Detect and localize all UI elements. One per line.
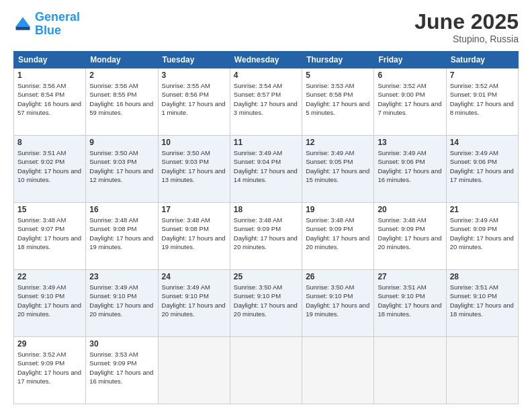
day-number: 1: [17, 71, 82, 80]
day-number: 20: [378, 205, 442, 214]
day-info: Sunrise: 3:50 AMSunset: 9:10 PMDaylight:…: [306, 283, 370, 318]
day-number: 25: [234, 272, 298, 281]
day-info: Sunrise: 3:49 AMSunset: 9:09 PMDaylight:…: [450, 216, 515, 251]
calendar-cell: [446, 337, 518, 404]
weekday-header-friday: Friday: [374, 52, 446, 68]
day-info: Sunrise: 3:54 AMSunset: 8:57 PMDaylight:…: [234, 81, 298, 117]
day-info: Sunrise: 3:50 AMSunset: 9:03 PMDaylight:…: [89, 148, 154, 184]
calendar-cell: 1Sunrise: 3:56 AMSunset: 8:54 PMDaylight…: [14, 68, 86, 136]
calendar-cell: 11Sunrise: 3:49 AMSunset: 9:04 PMDayligh…: [230, 136, 302, 203]
calendar-cell: 14Sunrise: 3:49 AMSunset: 9:06 PMDayligh…: [446, 136, 518, 203]
day-number: 9: [89, 138, 154, 147]
calendar-week-1: 1Sunrise: 3:56 AMSunset: 8:54 PMDaylight…: [14, 68, 519, 136]
weekday-header-tuesday: Tuesday: [158, 52, 230, 68]
calendar-cell: 19Sunrise: 3:48 AMSunset: 9:09 PMDayligh…: [302, 203, 374, 270]
day-info: Sunrise: 3:49 AMSunset: 9:10 PMDaylight:…: [17, 283, 82, 318]
svg-marker-0: [16, 17, 30, 26]
calendar-cell: 24Sunrise: 3:49 AMSunset: 9:10 PMDayligh…: [158, 270, 230, 337]
day-info: Sunrise: 3:49 AMSunset: 9:06 PMDaylight:…: [450, 148, 515, 184]
day-info: Sunrise: 3:56 AMSunset: 8:54 PMDaylight:…: [17, 81, 82, 117]
calendar-cell: 5Sunrise: 3:53 AMSunset: 8:58 PMDaylight…: [302, 68, 374, 136]
calendar-cell: 8Sunrise: 3:51 AMSunset: 9:02 PMDaylight…: [14, 136, 86, 203]
day-number: 10: [162, 138, 226, 147]
day-info: Sunrise: 3:48 AMSunset: 9:09 PMDaylight:…: [378, 216, 442, 251]
calendar-cell: 21Sunrise: 3:49 AMSunset: 9:09 PMDayligh…: [446, 203, 518, 270]
logo-text: GeneralBlue: [35, 11, 80, 38]
day-number: 19: [306, 205, 370, 214]
calendar-cell: 16Sunrise: 3:48 AMSunset: 9:08 PMDayligh…: [86, 203, 158, 270]
weekday-header-monday: Monday: [86, 52, 158, 68]
day-number: 23: [89, 272, 154, 281]
calendar-cell: 7Sunrise: 3:52 AMSunset: 9:01 PMDaylight…: [446, 68, 518, 136]
calendar-cell: 20Sunrise: 3:48 AMSunset: 9:09 PMDayligh…: [374, 203, 446, 270]
day-info: Sunrise: 3:50 AMSunset: 9:03 PMDaylight:…: [162, 148, 226, 184]
day-number: 2: [89, 71, 154, 80]
day-number: 6: [378, 71, 442, 80]
day-number: 13: [378, 138, 442, 147]
calendar: SundayMondayTuesdayWednesdayThursdayFrid…: [13, 51, 519, 404]
calendar-cell: 6Sunrise: 3:52 AMSunset: 9:00 PMDaylight…: [374, 68, 446, 136]
weekday-header-saturday: Saturday: [446, 52, 518, 68]
day-info: Sunrise: 3:49 AMSunset: 9:06 PMDaylight:…: [378, 148, 442, 184]
day-info: Sunrise: 3:51 AMSunset: 9:02 PMDaylight:…: [17, 148, 82, 184]
calendar-cell: 22Sunrise: 3:49 AMSunset: 9:10 PMDayligh…: [14, 270, 86, 337]
calendar-cell: [158, 337, 230, 404]
calendar-cell: 30Sunrise: 3:53 AMSunset: 9:09 PMDayligh…: [86, 337, 158, 404]
day-number: 3: [162, 71, 226, 80]
calendar-cell: [230, 337, 302, 404]
day-number: 27: [378, 272, 442, 281]
day-number: 14: [450, 138, 515, 147]
page: GeneralBlue June 2025 Stupino, Russia Su…: [0, 0, 532, 411]
day-info: Sunrise: 3:52 AMSunset: 9:00 PMDaylight:…: [378, 81, 442, 117]
day-info: Sunrise: 3:48 AMSunset: 9:08 PMDaylight:…: [162, 216, 226, 251]
calendar-cell: [374, 337, 446, 404]
day-number: 4: [234, 71, 298, 80]
calendar-week-3: 15Sunrise: 3:48 AMSunset: 9:07 PMDayligh…: [14, 203, 519, 270]
calendar-cell: 18Sunrise: 3:48 AMSunset: 9:09 PMDayligh…: [230, 203, 302, 270]
day-info: Sunrise: 3:50 AMSunset: 9:10 PMDaylight:…: [234, 283, 298, 318]
calendar-cell: 17Sunrise: 3:48 AMSunset: 9:08 PMDayligh…: [158, 203, 230, 270]
calendar-cell: [302, 337, 374, 404]
weekday-header-sunday: Sunday: [14, 52, 86, 68]
day-info: Sunrise: 3:49 AMSunset: 9:04 PMDaylight:…: [234, 148, 298, 184]
day-number: 11: [234, 138, 298, 147]
day-info: Sunrise: 3:55 AMSunset: 8:56 PMDaylight:…: [162, 81, 226, 117]
month-title: June 2025: [414, 11, 519, 32]
day-number: 26: [306, 272, 370, 281]
day-info: Sunrise: 3:53 AMSunset: 8:58 PMDaylight:…: [306, 81, 370, 117]
day-number: 5: [306, 71, 370, 80]
day-number: 28: [450, 272, 515, 281]
weekday-header-wednesday: Wednesday: [230, 52, 302, 68]
day-info: Sunrise: 3:52 AMSunset: 9:01 PMDaylight:…: [450, 81, 515, 117]
header: GeneralBlue June 2025 Stupino, Russia: [13, 11, 519, 44]
day-info: Sunrise: 3:53 AMSunset: 9:09 PMDaylight:…: [89, 350, 154, 385]
weekday-header-thursday: Thursday: [302, 52, 374, 68]
calendar-cell: 28Sunrise: 3:51 AMSunset: 9:10 PMDayligh…: [446, 270, 518, 337]
day-number: 7: [450, 71, 515, 80]
calendar-cell: 25Sunrise: 3:50 AMSunset: 9:10 PMDayligh…: [230, 270, 302, 337]
day-info: Sunrise: 3:48 AMSunset: 9:09 PMDaylight:…: [306, 216, 370, 251]
logo-icon: [13, 15, 32, 34]
calendar-cell: 15Sunrise: 3:48 AMSunset: 9:07 PMDayligh…: [14, 203, 86, 270]
day-info: Sunrise: 3:49 AMSunset: 9:10 PMDaylight:…: [89, 283, 154, 318]
day-number: 24: [162, 272, 226, 281]
day-info: Sunrise: 3:48 AMSunset: 9:08 PMDaylight:…: [89, 216, 154, 251]
day-info: Sunrise: 3:52 AMSunset: 9:09 PMDaylight:…: [17, 350, 82, 385]
day-number: 15: [17, 205, 82, 214]
day-info: Sunrise: 3:48 AMSunset: 9:09 PMDaylight:…: [234, 216, 298, 251]
day-number: 8: [17, 138, 82, 147]
day-number: 18: [234, 205, 298, 214]
calendar-cell: 13Sunrise: 3:49 AMSunset: 9:06 PMDayligh…: [374, 136, 446, 203]
calendar-week-5: 29Sunrise: 3:52 AMSunset: 9:09 PMDayligh…: [14, 337, 519, 404]
calendar-week-2: 8Sunrise: 3:51 AMSunset: 9:02 PMDaylight…: [14, 136, 519, 203]
calendar-cell: 3Sunrise: 3:55 AMSunset: 8:56 PMDaylight…: [158, 68, 230, 136]
calendar-cell: 9Sunrise: 3:50 AMSunset: 9:03 PMDaylight…: [86, 136, 158, 203]
calendar-week-4: 22Sunrise: 3:49 AMSunset: 9:10 PMDayligh…: [14, 270, 519, 337]
day-number: 16: [89, 205, 154, 214]
day-info: Sunrise: 3:56 AMSunset: 8:55 PMDaylight:…: [89, 81, 154, 117]
day-number: 30: [89, 339, 154, 349]
location: Stupino, Russia: [414, 34, 519, 44]
calendar-cell: 4Sunrise: 3:54 AMSunset: 8:57 PMDaylight…: [230, 68, 302, 136]
calendar-cell: 29Sunrise: 3:52 AMSunset: 9:09 PMDayligh…: [14, 337, 86, 404]
day-info: Sunrise: 3:49 AMSunset: 9:05 PMDaylight:…: [306, 148, 370, 184]
